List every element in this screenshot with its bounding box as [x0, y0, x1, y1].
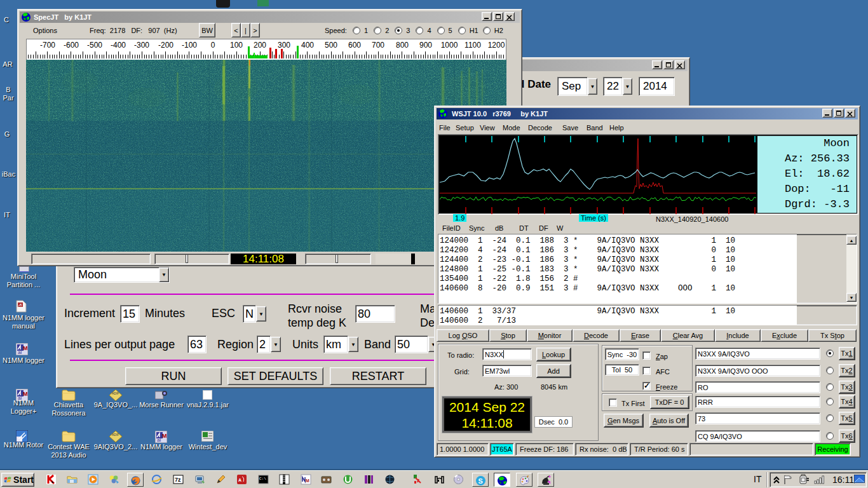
- svg-text:M: M: [162, 433, 167, 439]
- svg-text:400: 400: [301, 41, 314, 50]
- svg-text:S: S: [478, 477, 482, 485]
- svg-text:1200: 1200: [488, 41, 505, 50]
- svg-text:900: 900: [419, 41, 432, 50]
- svg-text:-400: -400: [111, 41, 126, 50]
- svg-text:800: 800: [396, 41, 409, 50]
- svg-text:-700: -700: [40, 41, 55, 50]
- svg-text:ADIF: ADIF: [112, 391, 119, 395]
- svg-text:500: 500: [325, 41, 337, 50]
- svg-text:C:\: C:\: [259, 477, 266, 481]
- svg-text:300: 300: [278, 41, 290, 50]
- svg-text:ADIF: ADIF: [112, 433, 119, 437]
- svg-text:1100: 1100: [465, 41, 481, 50]
- svg-text:A: A: [238, 478, 241, 482]
- svg-text:-500: -500: [87, 41, 102, 50]
- svg-text:200: 200: [254, 41, 266, 50]
- svg-text:M: M: [306, 478, 309, 483]
- svg-text:ai: ai: [18, 349, 22, 355]
- svg-text:-100: -100: [182, 41, 197, 50]
- svg-text:-300: -300: [134, 41, 149, 50]
- svg-text:0: 0: [211, 41, 215, 50]
- svg-text:700: 700: [372, 41, 384, 50]
- svg-text:600: 600: [348, 41, 361, 50]
- svg-text:-600: -600: [64, 41, 79, 50]
- svg-text:M: M: [23, 345, 28, 351]
- svg-text:M: M: [23, 391, 28, 397]
- svg-text:100: 100: [230, 41, 243, 50]
- svg-text:-200: -200: [158, 41, 173, 50]
- svg-text:1000: 1000: [441, 41, 458, 50]
- svg-text:ai: ai: [157, 437, 161, 443]
- svg-text:7z: 7z: [175, 477, 181, 483]
